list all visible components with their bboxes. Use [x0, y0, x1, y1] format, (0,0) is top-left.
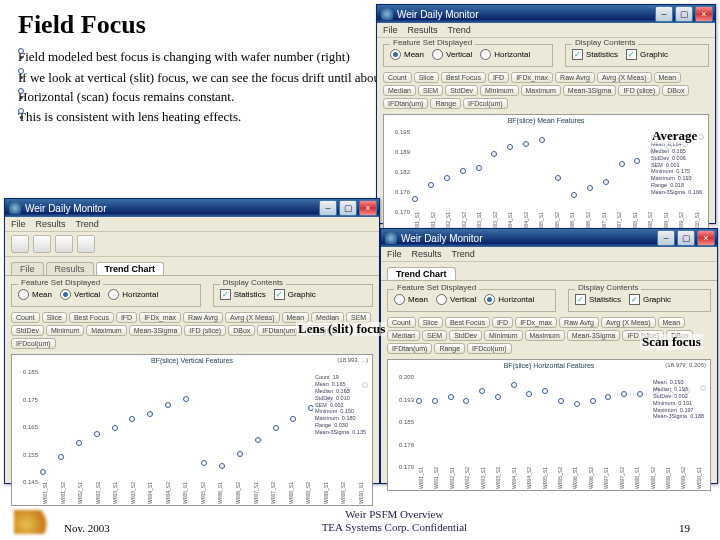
radio-mean[interactable]: Mean — [394, 294, 428, 305]
stat-button[interactable]: StdDev — [11, 325, 44, 336]
tab-trend-chart[interactable]: Trend Chart — [387, 267, 456, 280]
stat-button[interactable]: Mean — [654, 72, 682, 83]
check-graphic[interactable]: Graphic — [626, 49, 668, 60]
stat-button[interactable]: Mean — [658, 317, 686, 328]
menu-results[interactable]: Results — [412, 249, 442, 259]
stat-button[interactable]: IFDx_max — [515, 317, 557, 328]
menu-trend[interactable]: Trend — [452, 249, 475, 259]
menu-results[interactable]: Results — [36, 219, 66, 229]
stat-button[interactable]: Raw Avrg — [559, 317, 599, 328]
maximize-button[interactable]: ▢ — [339, 200, 357, 216]
stat-button[interactable]: Count — [387, 317, 416, 328]
stat-button[interactable]: Raw Avrg — [183, 312, 223, 323]
stat-button[interactable]: SEM — [422, 330, 447, 341]
stat-button[interactable]: DBox — [228, 325, 255, 336]
stat-button[interactable]: StdDev — [449, 330, 482, 341]
check-statistics[interactable]: Statistics — [572, 49, 618, 60]
stat-button[interactable]: Avrg (X Meas) — [601, 317, 656, 328]
tab-results[interactable]: Results — [46, 262, 94, 275]
data-point — [587, 185, 593, 191]
stat-button[interactable]: Minimum — [46, 325, 84, 336]
stat-button[interactable]: Median — [383, 85, 416, 96]
stat-button[interactable]: Best Focus — [441, 72, 486, 83]
stat-button[interactable]: Range — [434, 343, 465, 354]
titlebar[interactable]: Weir Daily Monitor – ▢ × — [381, 229, 717, 247]
stat-button[interactable]: IFDcol(um) — [11, 338, 56, 349]
data-point — [539, 137, 545, 143]
close-button[interactable]: × — [697, 230, 715, 246]
minimize-button[interactable]: – — [655, 6, 673, 22]
close-button[interactable]: × — [359, 200, 377, 216]
minimize-button[interactable]: – — [319, 200, 337, 216]
stat-button[interactable]: IFDcol(um) — [467, 343, 512, 354]
check-statistics[interactable]: Statistics — [575, 294, 621, 305]
radio-horizontal[interactable]: Horizontal — [484, 294, 534, 305]
stat-button[interactable]: Avrg (X Meas) — [225, 312, 280, 323]
menu-trend[interactable]: Trend — [448, 25, 471, 35]
radio-horizontal[interactable]: Horizontal — [108, 289, 158, 300]
check-graphic[interactable]: Graphic — [274, 289, 316, 300]
stat-button[interactable]: Minimum — [480, 85, 518, 96]
menu-file[interactable]: File — [387, 249, 402, 259]
plot-vertical[interactable]: BF(slice) Vertical Features (18.993, ...… — [11, 354, 373, 506]
stat-button[interactable]: Mean-3Sigma — [567, 330, 621, 341]
stat-button[interactable]: IFDx_max — [139, 312, 181, 323]
radio-vertical[interactable]: Vertical — [60, 289, 100, 300]
tool-button[interactable] — [55, 235, 73, 253]
stat-button[interactable]: Mean-3Sigma — [563, 85, 617, 96]
data-point — [555, 175, 561, 181]
stat-button[interactable]: IFDtan(um) — [387, 343, 432, 354]
check-statistics[interactable]: Statistics — [220, 289, 266, 300]
stat-button[interactable]: Best Focus — [69, 312, 114, 323]
plot-horizontal[interactable]: BF(slice) Horizontal Features (18.979, 0… — [387, 359, 711, 491]
data-point — [165, 402, 171, 408]
radio-mean[interactable]: Mean — [18, 289, 52, 300]
menu-results[interactable]: Results — [408, 25, 438, 35]
stat-button[interactable]: IFD (slice) — [184, 325, 226, 336]
maximize-button[interactable]: ▢ — [677, 230, 695, 246]
stat-button[interactable]: Avrg (X Meas) — [597, 72, 652, 83]
radio-vertical[interactable]: Vertical — [432, 49, 472, 60]
stat-button[interactable]: Maximum — [86, 325, 126, 336]
stat-button[interactable]: Maximum — [521, 85, 561, 96]
radio-horizontal[interactable]: Horizontal — [480, 49, 530, 60]
menu-file[interactable]: File — [383, 25, 398, 35]
stat-button[interactable]: Slice — [418, 317, 443, 328]
tool-button[interactable] — [33, 235, 51, 253]
stat-button[interactable]: IFD — [116, 312, 137, 323]
titlebar[interactable]: Weir Daily Monitor – ▢ × — [5, 199, 379, 217]
stat-button[interactable]: DBox — [662, 85, 689, 96]
stat-button[interactable]: StdDev — [445, 85, 478, 96]
menu-file[interactable]: File — [11, 219, 26, 229]
stat-button[interactable]: Maximum — [525, 330, 565, 341]
stat-button[interactable]: IFD — [492, 317, 513, 328]
check-graphic[interactable]: Graphic — [629, 294, 671, 305]
stat-button[interactable]: IFD (slice) — [618, 85, 660, 96]
stat-button[interactable]: SEM — [418, 85, 443, 96]
stat-button[interactable]: IFDx_max — [511, 72, 553, 83]
stat-button[interactable]: Count — [383, 72, 412, 83]
stat-button[interactable]: Median — [387, 330, 420, 341]
stat-button[interactable]: IFD — [488, 72, 509, 83]
stat-button[interactable]: Mean-3Sigma — [129, 325, 183, 336]
stat-button[interactable]: Best Focus — [445, 317, 490, 328]
stat-button[interactable]: IFDcol(um) — [463, 98, 508, 109]
tab-file[interactable]: File — [11, 262, 44, 275]
stat-button[interactable]: Slice — [42, 312, 67, 323]
stat-button[interactable]: IFDtan(um) — [383, 98, 428, 109]
stat-button[interactable]: Minimum — [484, 330, 522, 341]
stat-button[interactable]: Range — [430, 98, 461, 109]
tab-trend-chart[interactable]: Trend Chart — [96, 262, 165, 275]
close-button[interactable]: × — [695, 6, 713, 22]
tool-button[interactable] — [11, 235, 29, 253]
menu-trend[interactable]: Trend — [76, 219, 99, 229]
stat-button[interactable]: Count — [11, 312, 40, 323]
radio-mean[interactable]: Mean — [390, 49, 424, 60]
titlebar[interactable]: Weir Daily Monitor – ▢ × — [377, 5, 715, 23]
tool-button[interactable] — [77, 235, 95, 253]
minimize-button[interactable]: – — [657, 230, 675, 246]
radio-vertical[interactable]: Vertical — [436, 294, 476, 305]
maximize-button[interactable]: ▢ — [675, 6, 693, 22]
stat-button[interactable]: Slice — [414, 72, 439, 83]
stat-button[interactable]: Raw Avrg — [555, 72, 595, 83]
